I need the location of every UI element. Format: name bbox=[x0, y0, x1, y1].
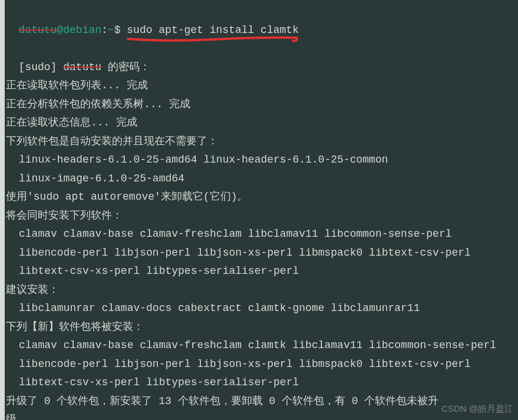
also-pkg-line-2: libencode-perl libjson-perl libjson-xs-p… bbox=[6, 244, 517, 263]
also-install-header: 将会同时安装下列软件： bbox=[6, 207, 517, 226]
prompt-path: ~ bbox=[108, 24, 114, 36]
summary-line-2: 级。 bbox=[6, 411, 517, 420]
auto-pkg-line-1: linux-headers-6.1.0-25-amd64 linux-heade… bbox=[6, 151, 517, 170]
prompt-line[interactable]: datutu@debian:~$ sudo apt-get install cl… bbox=[6, 2, 517, 39]
watermark-text: CSDN @皓月盈江 bbox=[441, 401, 513, 416]
suggested-pkg-line: libclamunrar clamav-docs cabextract clam… bbox=[6, 299, 517, 318]
command-wrap: sudo apt-get install clamtk bbox=[127, 21, 299, 40]
also-pkg-line-1: clamav clamav-base clamav-freshclam libc… bbox=[6, 225, 517, 244]
auto-not-needed-header: 下列软件包是自动安装的并且现在不需要了： bbox=[6, 133, 517, 151]
sudo-password-line: [sudo] datutu 的密码： bbox=[6, 39, 517, 77]
sudo-prefix: [sudo] bbox=[19, 61, 64, 73]
new-install-header: 下列【新】软件包将被安装： bbox=[6, 318, 517, 337]
sudo-masked-user: datutu bbox=[63, 61, 101, 73]
new-pkg-line-2: libencode-perl libjson-perl libjson-xs-p… bbox=[6, 355, 517, 374]
reading-state-line: 正在读取状态信息... 完成 bbox=[6, 114, 517, 133]
also-pkg-line-3: libtext-csv-xs-perl libtypes-serialiser-… bbox=[6, 262, 517, 281]
prompt-host: debian bbox=[63, 24, 101, 36]
prompt-colon: : bbox=[101, 24, 108, 36]
sudo-suffix: 的密码： bbox=[101, 61, 150, 73]
reading-packages-line: 正在读取软件包列表... 完成 bbox=[6, 77, 517, 95]
auto-pkg-line-2: linux-image-6.1.0-25-amd64 bbox=[6, 170, 517, 188]
deps-tree-line: 正在分析软件包的依赖关系树... 完成 bbox=[6, 95, 517, 114]
autoremove-hint-line: 使用'sudo apt autoremove'来卸载它(它们)。 bbox=[6, 188, 517, 207]
new-pkg-line-3: libtext-csv-xs-perl libtypes-serialiser-… bbox=[6, 373, 517, 392]
prompt-user: datutu bbox=[19, 24, 57, 36]
prompt-dollar: $ bbox=[114, 24, 127, 36]
prompt-at: @ bbox=[57, 24, 63, 36]
summary-line-1: 升级了 0 个软件包，新安装了 13 个软件包，要卸载 0 个软件包，有 0 个… bbox=[6, 392, 517, 411]
command-text: sudo apt-get install clamtk bbox=[127, 24, 299, 36]
new-pkg-line-1: clamav clamav-base clamav-freshclam clam… bbox=[6, 336, 517, 355]
suggested-header: 建议安装： bbox=[6, 281, 517, 300]
